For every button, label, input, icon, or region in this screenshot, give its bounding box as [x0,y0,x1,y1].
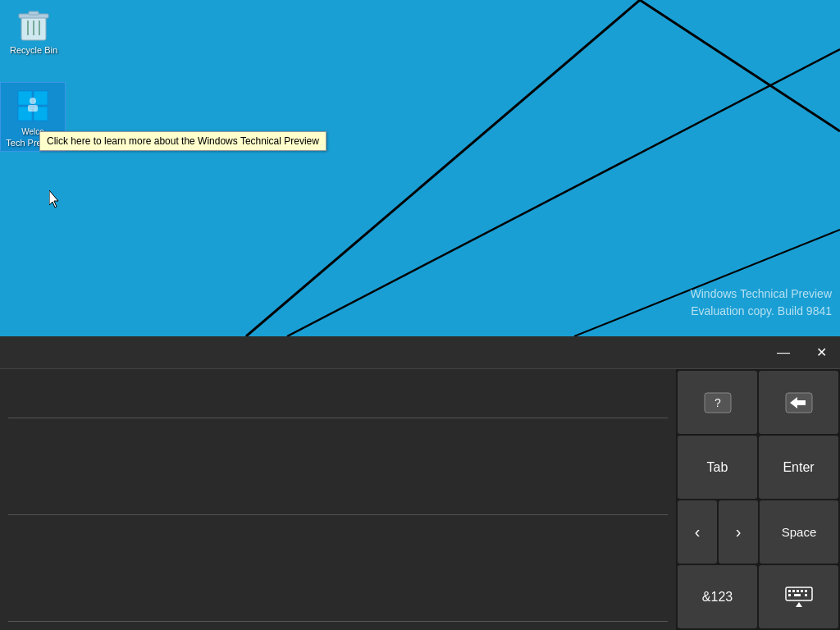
symbols-key-button[interactable]: &123 [678,565,757,628]
tooltip-text: Click here to learn more about the Windo… [47,135,319,147]
svg-rect-6 [29,11,39,15]
watermark-line1: Windows Technical Preview [691,285,832,303]
recycle-bin-label: Recycle Bin [4,45,63,55]
watermark-line2: Evaluation copy. Build 9841 [691,303,832,320]
svg-rect-19 [28,105,38,112]
input-line-last [8,581,668,622]
svg-rect-11 [34,91,48,105]
question-key-button[interactable]: ? [678,371,757,434]
key-buttons-panel: ?TabEnter‹›Space&123 [676,369,840,630]
svg-point-18 [30,98,36,104]
svg-rect-28 [797,590,799,592]
svg-rect-32 [794,594,801,596]
keyboard-close-button[interactable]: ✕ [802,336,840,369]
svg-rect-10 [18,91,32,105]
keyboard-titlebar: — ✕ [0,336,840,369]
svg-line-3 [574,230,840,336]
backspace-key-button[interactable] [759,371,838,434]
svg-text:?: ? [714,396,721,409]
svg-rect-27 [792,590,795,592]
svg-rect-29 [801,590,803,592]
recycle-bin-icon[interactable]: Recycle Bin [1,1,66,58]
input-bottom-space [8,515,668,581]
keyboard-layout-button[interactable] [759,565,838,628]
svg-line-0 [246,0,640,336]
keyboard-body: ?TabEnter‹›Space&123 [0,369,840,630]
enter-key-button[interactable]: Enter [759,436,838,499]
svg-rect-30 [805,590,807,592]
svg-rect-33 [805,594,807,596]
input-middle-space [8,418,668,468]
right-arrow-key-button[interactable]: › [719,500,758,564]
keyboard-text-area[interactable] [0,369,676,630]
svg-rect-31 [788,594,791,596]
recycle-bin-image [14,4,53,43]
svg-rect-26 [788,590,791,592]
keyboard-minimize-button[interactable]: — [765,336,802,369]
tooltip: Click here to learn more about the Windo… [39,131,326,151]
watermark: Windows Technical Preview Evaluation cop… [691,285,832,320]
desktop: Recycle Bin Welco Tech Preview [0,0,840,336]
left-arrow-key-button[interactable]: ‹ [678,500,717,564]
tech-preview-image [13,86,52,126]
input-line-bottom [8,474,668,515]
tab-key-button[interactable]: Tab [678,436,757,499]
input-line-top [8,377,668,418]
keyboard-panel: — ✕ ?TabEnter‹›Space&123 [0,336,840,630]
space-key-button[interactable]: Space [760,500,838,564]
svg-marker-34 [796,602,802,607]
